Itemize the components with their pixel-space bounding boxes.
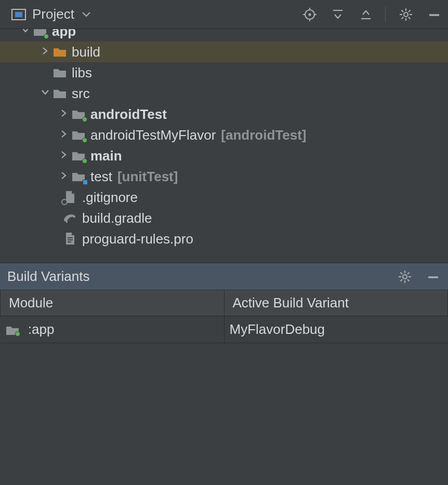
tree-item-build-gradle[interactable]: build.gradle [0,208,448,228]
build-variants-empty-area [0,343,448,484]
svg-point-1 [308,13,311,16]
column-active-variant[interactable]: Active Build Variant [224,290,448,316]
expand-all-icon[interactable] [330,7,346,22]
source-folder-icon [71,128,86,142]
column-module[interactable]: Module [1,290,225,316]
tree-item-gitignore[interactable]: .gitignore [0,187,448,208]
tree-label: .gitignore [82,190,138,206]
tree-item-app[interactable]: app [0,29,448,42]
tree-item-androidtest[interactable]: androidTest [0,104,448,125]
svg-line-13 [402,10,404,12]
project-tree[interactable]: .idea app build libs src [0,29,448,263]
svg-line-29 [401,279,403,281]
collapse-all-icon[interactable] [358,7,374,22]
source-folder-icon [71,107,86,121]
tree-label: build.gradle [82,210,152,226]
svg-point-21 [403,275,407,279]
chevron-right-icon[interactable] [59,109,71,120]
project-view-title[interactable]: Project [32,6,74,22]
build-variants-table: Module Active Build Variant :app MyFlavo… [0,290,448,343]
table-row[interactable]: :app MyFlavorDebug [1,316,448,343]
svg-line-28 [407,272,410,274]
svg-line-26 [401,272,403,274]
variant-value: MyFlavorDebug [230,321,325,337]
minimize-icon[interactable] [425,269,441,285]
svg-line-14 [409,17,411,19]
variant-cell[interactable]: MyFlavorDebug [224,316,448,343]
table-header-row: Module Active Build Variant [1,290,448,316]
tree-label: src [72,86,90,102]
gear-icon[interactable] [398,7,414,22]
tree-item-build[interactable]: build [0,42,448,62]
build-variants-header: Build Variants [0,263,448,290]
svg-rect-19 [68,239,73,240]
tree-label: app [52,29,76,39]
folder-icon [52,87,68,100]
source-folder-icon [71,149,86,163]
chevron-right-icon[interactable] [59,129,71,141]
gear-icon[interactable] [397,269,413,285]
svg-line-16 [402,17,404,19]
minimize-icon[interactable] [426,7,442,22]
build-variants-panel: Build Variants Module Active Build Varia… [0,263,448,484]
svg-line-27 [407,279,410,281]
tree-label: test [90,169,112,185]
tree-item-libs[interactable]: libs [0,62,448,83]
tree-item-test[interactable]: test [unitTest] [0,166,448,187]
test-folder-icon [71,170,86,183]
build-variants-title: Build Variants [7,268,90,285]
tree-label: proguard-rules.pro [82,231,193,247]
svg-rect-20 [68,241,71,243]
project-view-icon [11,9,26,20]
toolbar-separator [385,7,386,22]
tree-label: androidTestMyFlavor [90,127,216,143]
module-name: :app [28,321,55,337]
folder-icon [52,45,68,59]
chevron-right-icon[interactable] [59,150,71,161]
tree-scope-hint: [androidTest] [221,127,306,143]
project-toolbar: Project [0,0,448,29]
chevron-down-icon[interactable] [41,88,52,99]
file-icon [62,191,78,204]
tree-label: main [90,148,122,164]
tree-label: androidTest [90,106,167,123]
chevron-down-icon[interactable] [82,7,91,22]
module-folder-icon [6,325,19,335]
tree-item-src[interactable]: src [0,83,448,104]
file-icon [62,232,78,246]
tree-label: build [72,44,100,60]
svg-rect-18 [68,237,73,238]
chevron-right-icon[interactable] [59,171,71,182]
tree-label: libs [72,65,92,81]
gradle-icon [62,211,78,225]
chevron-right-icon[interactable] [41,46,52,58]
tree-item-main[interactable]: main [0,145,448,166]
svg-line-15 [409,10,411,12]
module-folder-icon [32,29,48,38]
tree-scope-hint: [unitTest] [117,169,178,185]
target-icon[interactable] [302,7,318,22]
folder-icon [52,66,68,79]
svg-point-8 [404,12,408,17]
module-cell[interactable]: :app [1,316,225,343]
tree-item-proguard[interactable]: proguard-rules.pro [0,228,448,249]
tree-item-androidtest-flavor[interactable]: androidTestMyFlavor [androidTest] [0,125,448,145]
chevron-down-icon[interactable] [21,29,32,37]
